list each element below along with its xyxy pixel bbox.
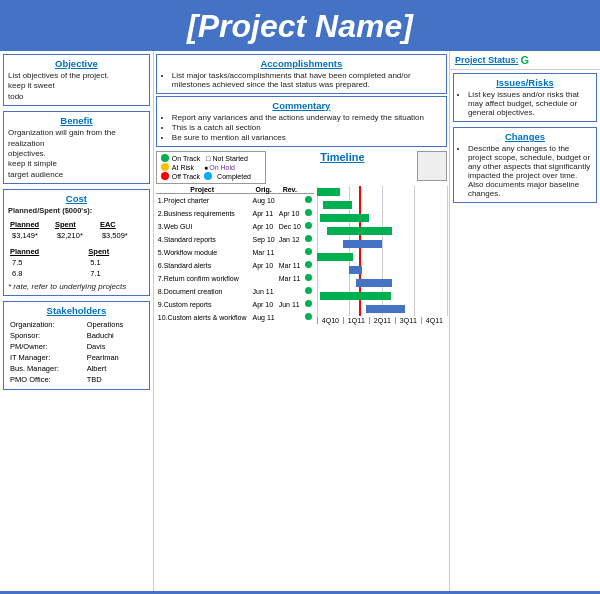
table-row: 7.Return confirm workflow Mar 11 — [156, 272, 314, 285]
header: [Project Name] — [0, 0, 600, 51]
objective-section: Objective List objectives of the project… — [3, 54, 150, 106]
proj-status — [303, 298, 314, 311]
list-item: Organization: Operations — [10, 320, 143, 329]
notstarted-label: Not Started — [212, 155, 247, 162]
vline-3 — [414, 186, 415, 316]
objective-title: Objective — [8, 58, 145, 69]
project-list: Project Orig. Rev. 1.Project charter Aug… — [156, 186, 314, 324]
proj-name: 8.Document creation — [156, 285, 249, 298]
cost2-row3-planned: 7.5 — [10, 258, 86, 267]
proj-name: 6.Standard alerts — [156, 259, 249, 272]
proj-status — [303, 285, 314, 298]
right-column: Project Status: G Issues/Risks List key … — [449, 51, 600, 591]
changes-section: Changes Describe any changes to the proj… — [453, 127, 597, 203]
project-status-bar: Project Status: G — [450, 51, 600, 70]
list-item: PM/Owner: Davis — [10, 342, 143, 351]
stakeholder-pmo-val: TBD — [87, 375, 143, 384]
gantt-bar — [320, 214, 369, 222]
list-item: This is a catch all section — [172, 123, 441, 132]
stakeholder-it-val: Pearlman — [87, 353, 143, 362]
changes-list: Describe any changes to the project scop… — [458, 144, 592, 198]
proj-orig: Sep 10 — [249, 233, 277, 246]
commentary-title: Commentary — [162, 100, 441, 111]
onhold-label: On Hold — [209, 164, 235, 171]
stakeholder-bus-val: Albert — [87, 364, 143, 373]
timeline-header: On Track □ Not Started At Risk ● On Hold — [156, 151, 447, 184]
project-table: Project Orig. Rev. 1.Project charter Aug… — [156, 186, 314, 324]
cost2-planned-hdr: Planned — [10, 247, 86, 256]
gantt-bar — [323, 201, 352, 209]
vline-0 — [317, 186, 318, 316]
stakeholder-pm-label: PM/Owner: — [10, 342, 85, 351]
objective-line3: todo — [8, 92, 24, 101]
accomplishments-section: Accomplishments List major tasks/accompl… — [156, 54, 447, 94]
list-item: List key issues and/or risks that may af… — [468, 90, 592, 117]
proj-status — [303, 207, 314, 220]
atrisk-dot — [161, 163, 169, 171]
proj-orig: Mar 11 — [249, 246, 277, 259]
table-row: 9.Custom reports Apr 10 Jun 11 — [156, 298, 314, 311]
proj-name: 1.Project charter — [156, 194, 249, 207]
stakeholders-table: Organization: Operations Sponsor: Baduch… — [8, 318, 145, 386]
left-column: Objective List objectives of the project… — [0, 51, 154, 591]
gantt-bar — [320, 292, 392, 300]
proj-status — [303, 311, 314, 324]
q-label-3q11: 3Q11 — [395, 317, 421, 324]
notstarted-square: □ — [206, 155, 210, 162]
issues-list: List key issues and/or risks that may af… — [458, 90, 592, 117]
cost-subtitle: Planned/Spent ($000's): — [8, 206, 145, 216]
table-header-row: Project Orig. Rev. — [156, 186, 314, 194]
col-project: Project — [156, 186, 249, 194]
list-item: IT Manager: Pearlman — [10, 353, 143, 362]
stakeholders-title: Stakeholders — [8, 305, 145, 316]
benefit-line2: objectives. — [8, 149, 46, 158]
proj-orig: Aug 11 — [249, 311, 277, 324]
list-item: Report any variances and the actions und… — [172, 113, 441, 122]
objective-line1: List objectives of the project. — [8, 71, 109, 80]
atrisk-label: At Risk — [172, 164, 194, 171]
proj-rev — [277, 194, 303, 207]
objective-line2: keep it sweet — [8, 81, 55, 90]
proj-rev: Mar 11 — [277, 259, 303, 272]
list-item: PMO Office: TBD — [10, 375, 143, 384]
list-item: Describe any changes to the project scop… — [468, 144, 592, 198]
proj-name: 10.Custom alerts & workflow — [156, 311, 249, 324]
page-wrapper: [Project Name] Objective List objectives… — [0, 0, 600, 594]
proj-rev — [277, 285, 303, 298]
list-item: Bus. Manager: Albert — [10, 364, 143, 373]
proj-name: 4.Standard reports — [156, 233, 249, 246]
proj-rev — [277, 311, 303, 324]
cost-col-eac: EAC — [100, 220, 143, 229]
cost-table-2: Planned Spent 7.5 5.1 6.8 7.1 — [8, 245, 145, 280]
stakeholders-section: Stakeholders Organization: Operations Sp… — [3, 301, 150, 390]
cost-title: Cost — [8, 193, 145, 204]
proj-rev: Dec 10 — [277, 220, 303, 233]
col-rev: Rev. — [277, 186, 303, 194]
cost-section: Cost Planned/Spent ($000's): Planned Spe… — [3, 189, 150, 296]
accomplishments-title: Accomplishments — [162, 58, 441, 69]
cost-val-spent: $2,210* — [55, 231, 98, 240]
table-row: 4.Standard reports Sep 10 Jan 12 — [156, 233, 314, 246]
stakeholder-org-label: Organization: — [10, 320, 85, 329]
proj-status — [303, 233, 314, 246]
benefit-line1: Organization will gain from the realizat… — [8, 128, 116, 147]
project-title: [Project Name] — [0, 8, 600, 45]
issues-title: Issues/Risks — [458, 77, 592, 88]
list-item: Sponsor: Baduchi — [10, 331, 143, 340]
q-label-2q11: 2Q11 — [369, 317, 395, 324]
stakeholder-pmo-label: PMO Office: — [10, 375, 85, 384]
completed-dot — [204, 172, 212, 180]
list-item: Be sure to mention all variances — [172, 133, 441, 142]
cost-note: * rate, refer to underlying projects — [8, 282, 145, 292]
benefit-line4: target audience — [8, 170, 63, 179]
timeline-section: On Track □ Not Started At Risk ● On Hold — [154, 149, 449, 591]
proj-rev: Apr 10 — [277, 207, 303, 220]
proj-name: 2.Business requirements — [156, 207, 249, 220]
legend-row-atrisk: At Risk ● On Hold — [161, 163, 261, 171]
q-label-4q11: 4Q11 — [421, 317, 447, 324]
proj-orig: Apr 11 — [249, 207, 277, 220]
issues-section: Issues/Risks List key issues and/or risk… — [453, 73, 597, 122]
table-row: 1.Project charter Aug 10 — [156, 194, 314, 207]
completed-label: Completed — [217, 173, 251, 180]
project-status-value: G — [520, 54, 529, 66]
